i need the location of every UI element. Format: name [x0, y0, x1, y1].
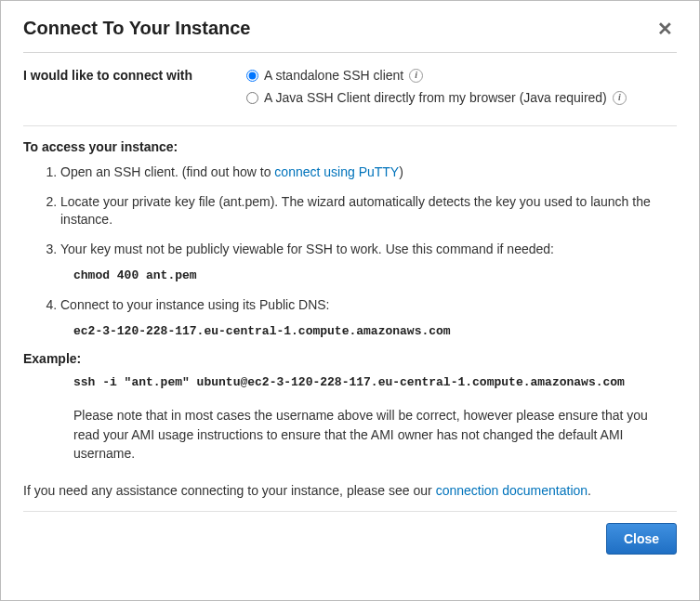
- dialog-footer: Close: [23, 512, 677, 568]
- assistance-text: If you need any assistance connecting to…: [23, 483, 677, 498]
- step-1-text-pre: Open an SSH client. (find out how to: [60, 164, 274, 179]
- step-3: Your key must not be publicly viewable f…: [60, 241, 677, 285]
- step-1-text-post: ): [399, 164, 403, 179]
- radio-ssh-input[interactable]: [246, 70, 258, 82]
- dialog-header: Connect To Your Instance ✕: [23, 18, 677, 53]
- access-heading: To access your instance:: [23, 139, 677, 154]
- radio-ssh-label: A standalone SSH client: [264, 68, 403, 83]
- radio-java-label: A Java SSH Client directly from my brows…: [264, 90, 607, 105]
- example-heading: Example:: [23, 351, 677, 366]
- ssh-example-command: ssh -i "ant.pem" ubuntu@ec2-3-120-228-11…: [73, 375, 677, 389]
- step-1: Open an SSH client. (find out how to con…: [60, 163, 677, 182]
- radio-option-ssh[interactable]: A standalone SSH client i: [246, 68, 677, 83]
- connect-dialog: Connect To Your Instance ✕ I would like …: [0, 0, 700, 601]
- connect-method-label: I would like to connect with: [23, 68, 246, 112]
- close-icon[interactable]: ✕: [654, 20, 677, 38]
- connect-method-options: A standalone SSH client i A Java SSH Cli…: [246, 68, 677, 112]
- public-dns: ec2-3-120-228-117.eu-central-1.compute.a…: [73, 323, 677, 340]
- assist-pre: If you need any assistance connecting to…: [23, 483, 436, 498]
- info-icon[interactable]: i: [409, 69, 423, 83]
- access-steps: Open an SSH client. (find out how to con…: [23, 163, 677, 340]
- step-4: Connect to your instance using its Publi…: [60, 296, 677, 341]
- connection-docs-link[interactable]: connection documentation: [436, 483, 588, 498]
- info-icon[interactable]: i: [613, 91, 627, 105]
- step-3-text: Your key must not be publicly viewable f…: [60, 242, 554, 256]
- assist-post: .: [588, 483, 591, 498]
- radio-option-java[interactable]: A Java SSH Client directly from my brows…: [246, 90, 677, 105]
- putty-link[interactable]: connect using PuTTY: [274, 164, 399, 179]
- username-note: Please note that in most cases the usern…: [73, 406, 677, 463]
- step-4-text: Connect to your instance using its Publi…: [60, 297, 329, 312]
- connect-method-row: I would like to connect with A standalon…: [23, 53, 677, 126]
- close-button[interactable]: Close: [606, 523, 677, 555]
- radio-java-input[interactable]: [246, 92, 258, 104]
- dialog-title: Connect To Your Instance: [23, 18, 250, 39]
- step-2: Locate your private key file (ant.pem). …: [60, 193, 677, 229]
- chmod-command: chmod 400 ant.pem: [73, 268, 677, 284]
- dialog-body: To access your instance: Open an SSH cli…: [23, 126, 677, 568]
